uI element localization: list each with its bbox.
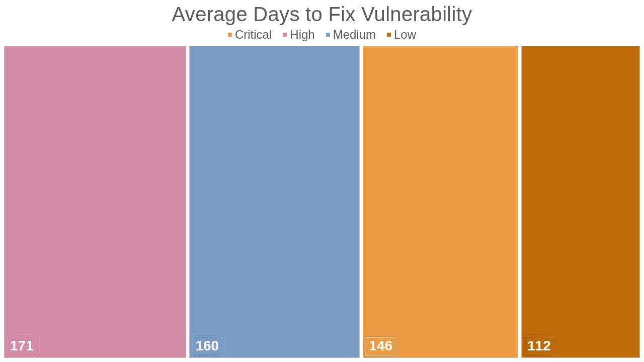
tile-medium: 160 xyxy=(189,46,360,358)
chart-plot-area: 171 160 146 112 xyxy=(0,46,644,362)
legend-label: Low xyxy=(394,28,416,42)
legend-item-high: High xyxy=(283,28,314,42)
legend-label: Critical xyxy=(235,28,272,42)
tile-high: 171 xyxy=(4,46,186,358)
chart-title: Average Days to Fix Vulnerability xyxy=(0,3,644,26)
legend-swatch-low xyxy=(387,33,391,37)
tile-low: 112 xyxy=(521,46,640,358)
tile-value-label: 146 xyxy=(365,337,396,355)
legend-item-medium: Medium xyxy=(326,28,376,42)
tile-value-label: 171 xyxy=(7,337,37,355)
tile-value-label: 160 xyxy=(192,337,222,355)
legend-swatch-medium xyxy=(326,33,330,37)
legend-swatch-critical xyxy=(228,33,232,37)
legend-swatch-high xyxy=(283,33,287,37)
chart-legend: Critical High Medium Low xyxy=(0,28,644,42)
treemap-chart: Average Days to Fix Vulnerability Critic… xyxy=(0,0,644,362)
legend-item-low: Low xyxy=(387,28,416,42)
tile-critical: 146 xyxy=(363,46,518,358)
legend-label: Medium xyxy=(333,28,376,42)
legend-label: High xyxy=(290,28,314,42)
tile-value-label: 112 xyxy=(524,337,554,355)
legend-item-critical: Critical xyxy=(228,28,272,42)
